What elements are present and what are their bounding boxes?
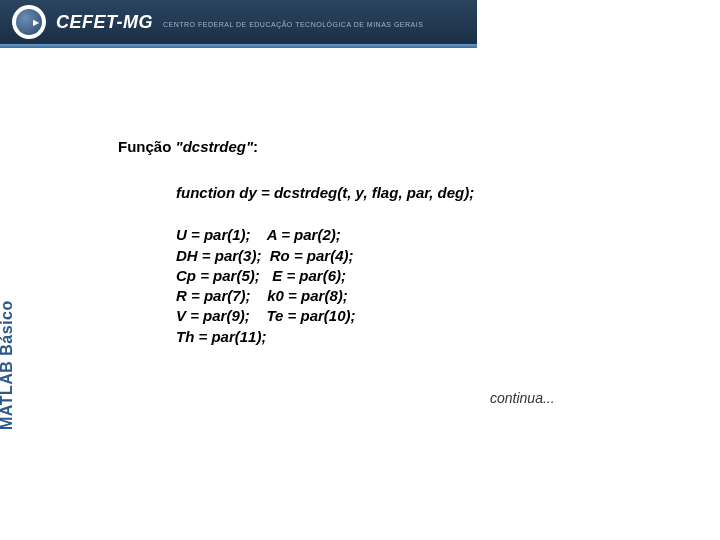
header-divider: [0, 44, 477, 48]
sidebar-label: MATLAB Básico: [0, 300, 16, 430]
title-prefix: Função: [118, 138, 176, 155]
title-function-name: "dcstrdeg": [176, 138, 254, 155]
slide-content: Função "dcstrdeg": function dy = dcstrde…: [118, 138, 678, 347]
header-bar: CEFET-MG CENTRO FEDERAL DE EDUCAÇÃO TECN…: [0, 0, 477, 44]
title-suffix: :: [253, 138, 258, 155]
brand-subtitle: CENTRO FEDERAL DE EDUCAÇÃO TECNOLÓGICA D…: [163, 21, 423, 28]
continues-label: continua...: [490, 390, 555, 406]
section-title: Função "dcstrdeg":: [118, 138, 678, 155]
logo-icon: [12, 5, 46, 39]
code-block: function dy = dcstrdeg(t, y, flag, par, …: [176, 183, 678, 347]
parameter-assignments: U = par(1); A = par(2); DH = par(3); Ro …: [176, 225, 678, 347]
brand-name: CEFET-MG: [56, 12, 153, 33]
function-signature: function dy = dcstrdeg(t, y, flag, par, …: [176, 183, 678, 203]
